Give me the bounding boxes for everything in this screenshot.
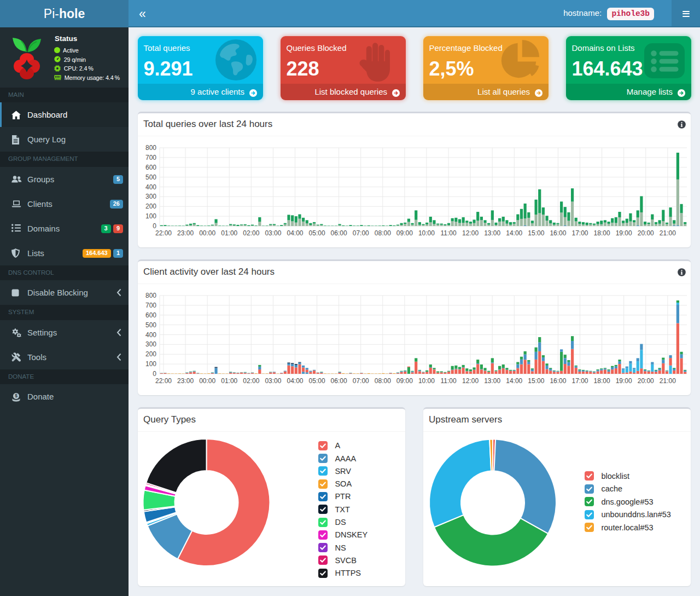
svg-text:400: 400 [145,331,156,339]
svg-text:12:00: 12:00 [462,229,479,237]
svg-text:10:00: 10:00 [418,229,435,237]
svg-text:06:00: 06:00 [331,229,347,237]
svg-text:800: 800 [145,144,156,152]
svg-text:06:00: 06:00 [331,377,347,385]
svg-text:17:00: 17:00 [572,229,588,237]
svg-text:01:00: 01:00 [221,229,237,237]
svg-text:08:00: 08:00 [375,377,391,385]
svg-text:13:00: 13:00 [484,229,500,237]
svg-text:18:00: 18:00 [594,377,610,385]
svg-text:300: 300 [145,340,156,348]
svg-text:12:00: 12:00 [462,377,479,385]
svg-text:600: 600 [145,311,156,319]
svg-text:100: 100 [145,212,156,220]
svg-text:700: 700 [145,154,156,161]
svg-text:19:00: 19:00 [616,229,632,237]
svg-text:20:00: 20:00 [638,377,654,385]
svg-text:700: 700 [145,302,156,309]
svg-text:17:00: 17:00 [572,377,588,385]
svg-text:03:00: 03:00 [265,377,281,385]
svg-text:23:00: 23:00 [177,229,194,237]
svg-text:300: 300 [145,193,156,200]
svg-text:800: 800 [145,292,156,299]
svg-text:0: 0 [153,222,156,230]
svg-text:600: 600 [145,164,156,171]
svg-text:09:00: 09:00 [396,229,413,237]
svg-text:10:00: 10:00 [418,377,435,385]
svg-text:500: 500 [145,321,156,329]
svg-text:07:00: 07:00 [353,377,369,385]
svg-text:21:00: 21:00 [660,229,676,237]
svg-text:02:00: 02:00 [243,229,259,237]
svg-text:13:00: 13:00 [484,377,500,385]
svg-text:22:00: 22:00 [155,229,172,237]
svg-text:02:00: 02:00 [243,377,259,385]
svg-text:14:00: 14:00 [506,229,522,237]
svg-text:19:00: 19:00 [616,377,632,385]
svg-text:200: 200 [145,202,156,210]
svg-text:00:00: 00:00 [199,229,215,237]
svg-text:23:00: 23:00 [177,377,194,385]
svg-text:05:00: 05:00 [309,229,325,237]
svg-text:21:00: 21:00 [660,377,676,385]
svg-text:200: 200 [145,350,156,358]
svg-text:05:00: 05:00 [309,377,325,385]
svg-text:16:00: 16:00 [550,229,566,237]
svg-text:04:00: 04:00 [287,229,303,237]
svg-text:11:00: 11:00 [440,229,456,237]
svg-text:0: 0 [153,370,156,378]
svg-text:11:00: 11:00 [440,377,456,385]
svg-text:08:00: 08:00 [375,229,391,237]
svg-text:400: 400 [145,183,156,191]
svg-text:15:00: 15:00 [528,229,544,237]
svg-text:22:00: 22:00 [155,377,172,385]
svg-text:100: 100 [145,360,156,368]
svg-text:16:00: 16:00 [550,377,566,385]
svg-text:07:00: 07:00 [353,229,369,237]
svg-text:500: 500 [145,173,156,181]
svg-text:14:00: 14:00 [506,377,522,385]
svg-text:20:00: 20:00 [638,229,654,237]
svg-text:01:00: 01:00 [221,377,237,385]
svg-text:18:00: 18:00 [594,229,610,237]
svg-text:03:00: 03:00 [265,229,281,237]
svg-text:04:00: 04:00 [287,377,303,385]
svg-text:$: $ [15,393,18,398]
svg-text:09:00: 09:00 [396,377,413,385]
svg-text:15:00: 15:00 [528,377,544,385]
svg-text:00:00: 00:00 [199,377,215,385]
